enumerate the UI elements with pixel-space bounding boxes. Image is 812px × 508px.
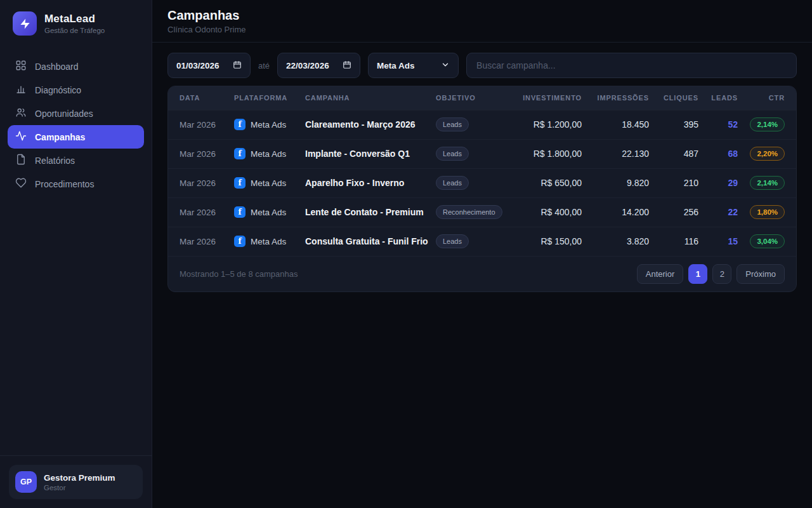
cell-ctr: 3,04%: [743, 227, 796, 256]
facebook-icon: f: [234, 236, 246, 247]
cell-impressions: 14.200: [587, 197, 654, 227]
cell-investment: R$ 150,00: [513, 227, 587, 256]
cell-leads: 22: [704, 197, 743, 227]
cell-clicks: 487: [654, 139, 704, 168]
heart-icon: [15, 177, 27, 190]
sidebar-item-campanhas[interactable]: Campanhas: [8, 125, 144, 149]
facebook-icon: f: [234, 119, 246, 130]
objective-badge: Leads: [436, 234, 469, 248]
date-to-input[interactable]: 22/03/2026: [277, 53, 360, 78]
pagination: Anterior 12 Próximo: [637, 264, 785, 284]
sidebar-item-dashboard[interactable]: Dashboard: [8, 55, 144, 78]
cell-ctr: 1,80%: [743, 197, 796, 227]
cell-platform: f Meta Ads: [229, 227, 300, 256]
cell-date: Mar 2026: [168, 197, 229, 227]
cell-ctr: 2,14%: [743, 168, 796, 197]
date-to-value: 22/03/2026: [286, 61, 329, 70]
cell-campaign: Lente de Contato - Premium: [300, 197, 431, 227]
cell-objective: Reconhecimento: [431, 197, 513, 227]
cell-objective: Leads: [431, 139, 513, 168]
date-from-value: 01/03/2026: [176, 61, 219, 70]
facebook-icon: f: [234, 148, 246, 159]
cell-objective: Leads: [431, 168, 513, 197]
date-range-separator: até: [258, 61, 270, 70]
cell-investment: R$ 1.800,00: [513, 139, 587, 168]
cell-leads: 29: [704, 168, 743, 197]
results-summary: Mostrando 1–5 de 8 campanhas: [180, 269, 298, 279]
cell-impressions: 18.450: [587, 110, 654, 139]
cell-clicks: 256: [654, 197, 704, 227]
column-header-investimento: INVESTIMENTO: [513, 86, 587, 110]
cell-objective: Leads: [431, 227, 513, 256]
cell-impressions: 9.820: [587, 168, 654, 197]
prev-button[interactable]: Anterior: [637, 264, 684, 284]
column-header-leads: LEADS: [704, 86, 743, 110]
user-card[interactable]: GP Gestora Premium Gestor: [9, 465, 143, 499]
page-buttons: 12: [688, 264, 731, 284]
cell-investment: R$ 1.200,00: [513, 110, 587, 139]
objective-badge: Leads: [436, 147, 469, 161]
search-input[interactable]: [466, 53, 797, 78]
column-header-objetivo: OBJETIVO: [431, 86, 513, 110]
cell-leads: 52: [704, 110, 743, 139]
sidebar: MetaLead Gestão de Tráfego Dashboard Dia…: [0, 0, 152, 508]
calendar-icon: [343, 60, 351, 71]
platform-label: Meta Ads: [251, 120, 286, 130]
calendar-icon: [233, 60, 242, 71]
cell-platform: f Meta Ads: [229, 110, 300, 139]
activity-icon: [15, 130, 27, 144]
objective-badge: Leads: [436, 117, 469, 131]
main-area: Campanhas Clínica Odonto Prime 01/03/202…: [152, 0, 812, 508]
app-root: MetaLead Gestão de Tráfego Dashboard Dia…: [0, 0, 812, 508]
cell-leads: 68: [704, 139, 743, 168]
cell-platform: f Meta Ads: [229, 197, 300, 227]
date-from-input[interactable]: 01/03/2026: [167, 53, 251, 78]
column-header-data: DATA: [168, 86, 229, 110]
page-title: Campanhas: [167, 8, 797, 23]
ctr-badge: 3,04%: [750, 234, 785, 248]
user-name: Gestora Premium: [44, 473, 115, 483]
platform-select[interactable]: Meta Ads: [368, 53, 459, 78]
page-button-1[interactable]: 1: [688, 264, 707, 284]
platform-label: Meta Ads: [251, 149, 286, 159]
brand-text: MetaLead Gestão de Tráfego: [44, 13, 105, 34]
cell-ctr: 2,14%: [743, 110, 796, 139]
brand-tagline: Gestão de Tráfego: [44, 27, 105, 34]
sidebar-item-diagnostico[interactable]: Diagnóstico: [8, 78, 144, 102]
platform-select-value: Meta Ads: [377, 61, 415, 70]
table-row[interactable]: Mar 2026 f Meta Ads Consulta Gratuita - …: [168, 227, 796, 256]
facebook-icon: f: [234, 206, 246, 218]
cell-date: Mar 2026: [168, 227, 229, 256]
ctr-badge: 2,20%: [750, 147, 785, 161]
sidebar-item-relatorios[interactable]: Relatórios: [8, 149, 144, 172]
cell-campaign: Consulta Gratuita - Funil Frio: [300, 227, 431, 256]
cell-objective: Leads: [431, 110, 513, 139]
cell-leads: 15: [704, 227, 743, 256]
cell-clicks: 395: [654, 110, 704, 139]
ctr-badge: 2,14%: [750, 117, 785, 131]
cell-clicks: 210: [654, 168, 704, 197]
table-row[interactable]: Mar 2026 f Meta Ads Aparelho Fixo - Inve…: [168, 168, 796, 197]
next-button[interactable]: Próximo: [737, 264, 785, 284]
table-footer: Mostrando 1–5 de 8 campanhas Anterior 12…: [168, 256, 796, 291]
sidebar-item-oportunidades[interactable]: Oportunidades: [8, 102, 144, 125]
sidebar-item-label: Relatórios: [35, 156, 75, 166]
ctr-badge: 2,14%: [750, 176, 785, 190]
column-header-plataforma: PLATAFORMA: [229, 86, 300, 110]
sidebar-item-procedimentos[interactable]: Procedimentos: [8, 172, 144, 196]
bar-chart-icon: [15, 83, 27, 97]
page-button-2[interactable]: 2: [712, 264, 731, 284]
platform-label: Meta Ads: [251, 208, 286, 217]
table-row[interactable]: Mar 2026 f Meta Ads Clareamento - Março …: [168, 110, 796, 139]
cell-campaign: Clareamento - Março 2026: [300, 110, 431, 139]
column-header-campanha: CAMPANHA: [300, 86, 431, 110]
user-info: Gestora Premium Gestor: [44, 473, 115, 491]
cell-platform: f Meta Ads: [229, 139, 300, 168]
table-row[interactable]: Mar 2026 f Meta Ads Implante - Conversão…: [168, 139, 796, 168]
file-icon: [15, 154, 27, 167]
cell-platform: f Meta Ads: [229, 168, 300, 197]
table-row[interactable]: Mar 2026 f Meta Ads Lente de Contato - P…: [168, 197, 796, 227]
grid-icon: [15, 60, 27, 73]
cell-ctr: 2,20%: [743, 139, 796, 168]
platform-label: Meta Ads: [251, 237, 286, 246]
